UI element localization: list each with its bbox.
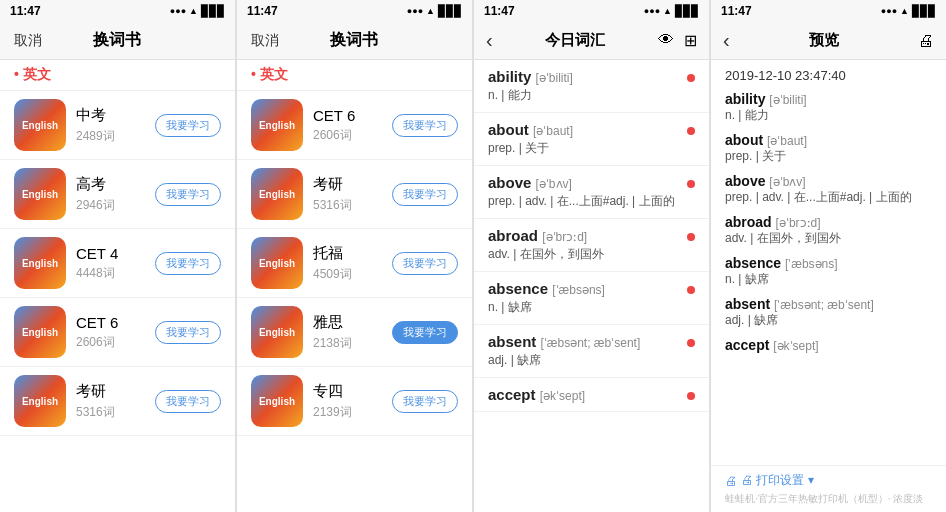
vocab-item-content: abroad [əˈbrɔːd] adv. | 在国外，到国外 [488,227,687,263]
book-item[interactable]: English 高考 2946词 我要学习 [0,160,235,229]
vocab-word: above [əˈbʌv] [488,174,687,191]
preview-timestamp: 2019-12-10 23:47:40 [725,68,932,83]
print-label: 🖨 打印设置 ▾ [741,472,814,489]
preview-phonetic: [əˈbʌv] [769,175,805,189]
vocab-item[interactable]: absent [ˈæbsənt; æbˈsent] adj. | 缺席 [474,325,709,378]
preview-def: adv. | 在国外，到国外 [725,230,932,247]
study-button[interactable]: 我要学习 [155,321,221,344]
book-item[interactable]: English CET 6 2606词 我要学习 [237,91,472,160]
vocab-item[interactable]: absence [ˈæbsəns] n. | 缺席 [474,272,709,325]
book-name: 专四 [313,382,382,401]
book-name: 高考 [76,175,145,194]
book-count: 2946词 [76,197,145,214]
status-icons: ●●● ▲ ▊▊▊ [881,5,936,18]
book-count: 2606词 [76,334,145,351]
vocab-def: adv. | 在国外，到国外 [488,246,687,263]
study-button[interactable]: 我要学习 [392,183,458,206]
book-icon: English [14,237,66,289]
book-info: CET 6 2606词 [76,314,145,351]
book-list: English CET 6 2606词 我要学习 English 考研 5316… [237,91,472,512]
status-icons: ●●● ▲ ▊▊▊ [407,5,462,18]
book-item[interactable]: English 考研 5316词 我要学习 [0,367,235,436]
time: 11:47 [721,4,752,18]
book-item[interactable]: English 专四 2139词 我要学习 [237,367,472,436]
study-button[interactable]: 我要学习 [392,114,458,137]
cancel-button[interactable]: 取消 [14,32,42,50]
book-icon: English [251,237,303,289]
book-name: 考研 [313,175,382,194]
book-info: 专四 2139词 [313,382,382,421]
nav-title: 预览 [809,31,839,50]
book-item[interactable]: English 中考 2489词 我要学习 [0,91,235,160]
study-button[interactable]: 我要学习 [392,390,458,413]
study-button[interactable]: 我要学习 [155,183,221,206]
status-bar: 11:47 ●●● ▲ ▊▊▊ [0,0,235,22]
preview-phonetic: [əˈbaut] [767,134,807,148]
nav-title: 换词书 [330,30,378,51]
book-name: CET 6 [313,107,382,124]
study-button[interactable]: 我要学习 [392,252,458,275]
study-button[interactable]: 我要学习 [392,321,458,344]
print-button[interactable]: 🖨 🖨 打印设置 ▾ [725,472,932,489]
study-button[interactable]: 我要学习 [155,390,221,413]
back-button[interactable]: ‹ [486,29,493,52]
book-name: 考研 [76,382,145,401]
eye-icon[interactable]: 👁 [658,31,674,50]
preview-word: accept [əkˈsept] [725,337,932,353]
vocab-word: about [əˈbaut] [488,121,687,138]
vocab-dot [687,127,695,135]
vocab-dot [687,74,695,82]
back-button[interactable]: ‹ [723,29,730,52]
vocab-item[interactable]: above [əˈbʌv] prep. | adv. | 在...上面#adj.… [474,166,709,219]
grid-icon[interactable]: ⊞ [684,31,697,50]
vocab-item-content: accept [əkˈsept] [488,386,687,403]
vocab-nav: ‹ 今日词汇 👁 ⊞ [474,22,709,60]
nav-bar: 取消 换词书 [237,22,472,60]
book-icon: English [251,99,303,151]
book-icon: English [14,168,66,220]
cancel-button[interactable]: 取消 [251,32,279,50]
book-icon: English [251,306,303,358]
book-item[interactable]: English CET 4 4448词 我要学习 [0,229,235,298]
status-bar: 11:47 ●●● ▲ ▊▊▊ [237,0,472,22]
study-button[interactable]: 我要学习 [155,252,221,275]
book-icon: English [14,99,66,151]
nav-title: 今日词汇 [545,31,605,50]
preview-phonetic: [ˈæbsəns] [785,257,838,271]
print-icon[interactable]: 🖨 [918,32,934,50]
book-item[interactable]: English 雅思 2138词 我要学习 [237,298,472,367]
book-info: 托福 4509词 [313,244,382,283]
time: 11:47 [247,4,278,18]
book-name: 托福 [313,244,382,263]
book-icon: English [251,375,303,427]
book-info: 考研 5316词 [76,382,145,421]
book-icon: English [14,306,66,358]
study-button[interactable]: 我要学习 [155,114,221,137]
nav-bar: 取消 换词书 [0,22,235,60]
vocab-def: prep. | 关于 [488,140,687,157]
status-bar: 11:47 ●●● ▲ ▊▊▊ [474,0,709,22]
book-item[interactable]: English 托福 4509词 我要学习 [237,229,472,298]
vocab-item[interactable]: about [əˈbaut] prep. | 关于 [474,113,709,166]
vocab-word: absent [ˈæbsənt; æbˈsent] [488,333,687,350]
print-note: 蛙蛙机·官方三年热敏打印机（机型）· 浓度淡 [725,492,932,506]
preview-word: about [əˈbaut] [725,132,932,148]
book-name: 中考 [76,106,145,125]
vocab-def: n. | 缺席 [488,299,687,316]
preview-def: n. | 能力 [725,107,932,124]
time: 11:47 [10,4,41,18]
vocab-dot [687,339,695,347]
book-list: English 中考 2489词 我要学习 English 高考 2946词 我… [0,91,235,512]
book-name: 雅思 [313,313,382,332]
book-count: 4509词 [313,266,382,283]
book-item[interactable]: English CET 6 2606词 我要学习 [0,298,235,367]
book-item[interactable]: English 考研 5316词 我要学习 [237,160,472,229]
book-info: 雅思 2138词 [313,313,382,352]
book-icon: English [251,168,303,220]
book-info: 高考 2946词 [76,175,145,214]
vocab-item[interactable]: accept [əkˈsept] [474,378,709,412]
vocab-item[interactable]: abroad [əˈbrɔːd] adv. | 在国外，到国外 [474,219,709,272]
book-count: 5316词 [313,197,382,214]
vocab-dot [687,233,695,241]
vocab-item[interactable]: ability [əˈbiliti] n. | 能力 [474,60,709,113]
